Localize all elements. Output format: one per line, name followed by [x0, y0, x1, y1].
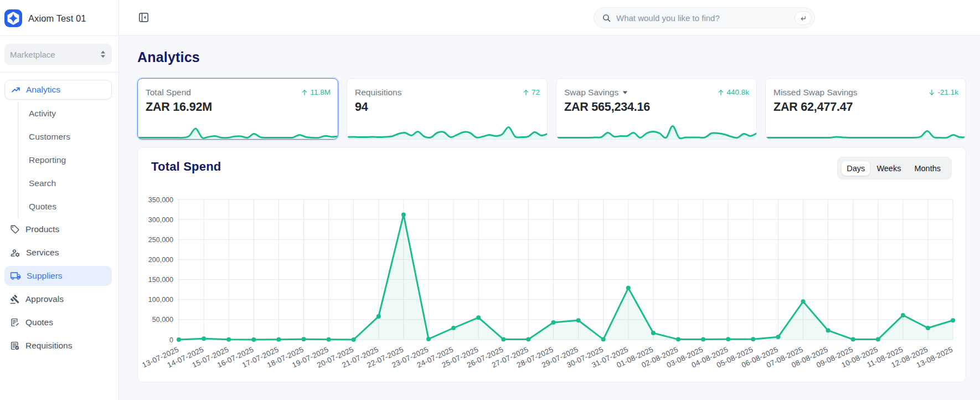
svg-text:100,000: 100,000 [148, 296, 173, 304]
svg-text:0: 0 [169, 336, 173, 344]
svg-text:200,000: 200,000 [148, 256, 173, 264]
svg-text:250,000: 250,000 [148, 236, 173, 244]
svg-text:350,000: 350,000 [148, 196, 173, 204]
svg-text:300,000: 300,000 [148, 216, 173, 224]
svg-text:150,000: 150,000 [148, 276, 173, 284]
svg-text:50,000: 50,000 [152, 316, 173, 324]
